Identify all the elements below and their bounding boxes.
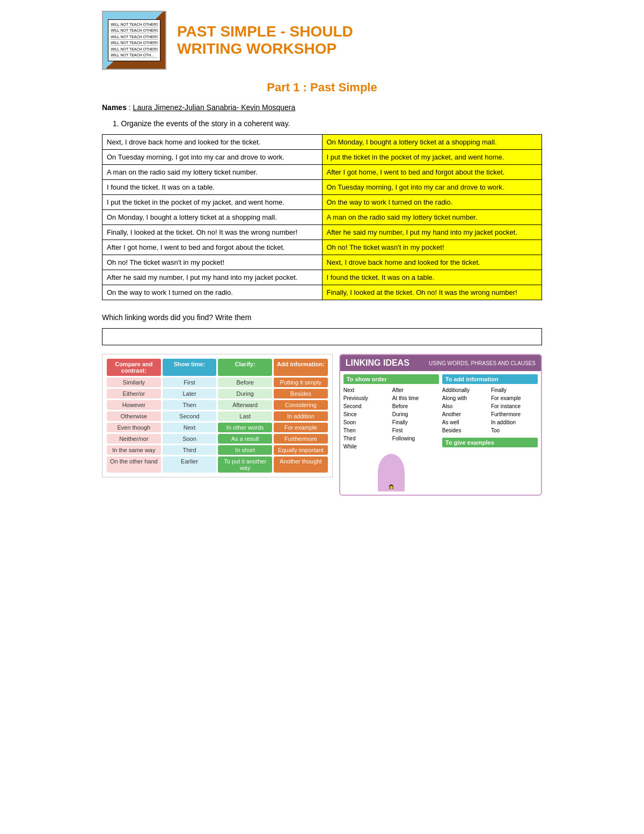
li-add-col1: AdditionallyAlong withAlsoAnotherAs well…	[442, 386, 489, 434]
li-col-item: For example	[491, 394, 538, 402]
li-col-item: Finally	[392, 418, 439, 426]
header-title-block: PAST SIMPLE - SHOULD WRITING WORKSHOP	[177, 23, 353, 57]
li-col-item: Finally	[491, 386, 538, 394]
lt-cell: Later	[163, 389, 217, 398]
li-col-item: While	[343, 443, 390, 451]
linking-table-grid: Compare and contrast: Show time: Clarify…	[107, 359, 328, 376]
names-colon: :	[129, 103, 133, 112]
story-cell-left: A man on the radio said my lottery ticke…	[103, 165, 323, 180]
li-order-col1: NextPreviouslySecondSinceSoonThenThirdWh…	[343, 386, 390, 451]
story-table-row: On Monday, I bought a lottery ticket at …	[103, 210, 542, 225]
li-subtitle: USING WORDS, PHRASES AND CLAUSES	[429, 360, 536, 366]
lt-cell: On the other hand	[107, 456, 161, 473]
li-col-item: In addition	[491, 418, 538, 426]
li-order-title: To show order	[343, 374, 439, 384]
story-cell-left: Next, I drove back home and looked for t…	[103, 135, 323, 150]
lt-cell: To put it another way	[218, 456, 272, 473]
header-image: WILL NOT TEACH OTHERS TO FLY WILL NOT TE…	[102, 11, 166, 70]
story-table-row: I put the ticket in the pocket of my jac…	[103, 195, 542, 210]
li-col-item: Third	[343, 434, 390, 443]
nb-line-3: WILL NOT TEACH OTHERS TO FLY	[111, 35, 157, 40]
story-table-row: On Tuesday morning, I got into my car an…	[103, 150, 542, 165]
story-cell-right: Finally, I looked at the ticket. Oh no! …	[322, 285, 542, 300]
story-cell-left: After I got home, I went to bed and forg…	[103, 240, 323, 255]
li-col-item: Then	[343, 426, 390, 434]
lt-cell: Similarly	[107, 378, 161, 387]
lt-cell: Besides	[274, 389, 328, 398]
story-cell-left: On the way to work I turned on the radio…	[103, 285, 323, 300]
li-right-section: To add information AdditionallyAlong wit…	[442, 374, 538, 491]
lt-cell: During	[218, 389, 272, 398]
title-line2: WRITING WORKSHOP	[177, 40, 353, 57]
story-cell-left: I put the ticket in the pocket of my jac…	[103, 195, 323, 210]
li-col-item: During	[392, 410, 439, 418]
lt-cell: Second	[163, 411, 217, 421]
lt-header-clarify: Clarify:	[218, 359, 272, 376]
linking-table-infographic: Compare and contrast: Show time: Clarify…	[102, 354, 333, 477]
li-col-item: Next	[343, 386, 390, 394]
lt-cell: Equally important	[274, 445, 328, 455]
li-col-item: Also	[442, 402, 489, 410]
lt-cell: However	[107, 400, 161, 410]
li-col-item: Previously	[343, 394, 390, 402]
li-left-section: To show order NextPreviouslySecondSinceS…	[343, 374, 439, 491]
story-cell-left: Finally, I looked at the ticket. Oh no! …	[103, 225, 323, 240]
story-table-row: After I got home, I went to bed and forg…	[103, 240, 542, 255]
story-cell-right: Oh no! The ticket wasn't in my pocket!	[322, 240, 542, 255]
lt-cell: Third	[163, 445, 217, 455]
nb-line-6: WILL NOT TEACH OTH...	[111, 53, 157, 58]
story-table: Next, I drove back home and looked for t…	[102, 134, 542, 300]
li-order-col2: AfterAt this timeBeforeDuringFinallyFirs…	[392, 386, 439, 451]
lt-cell: For example	[274, 423, 328, 432]
page-header: WILL NOT TEACH OTHERS TO FLY WILL NOT TE…	[102, 11, 542, 70]
li-col-item: Following	[392, 434, 439, 443]
lt-cell: Then	[163, 400, 217, 410]
li-col-item: Second	[343, 402, 390, 410]
story-table-row: On the way to work I turned on the radio…	[103, 285, 542, 300]
lt-cell: Putting it simply	[274, 378, 328, 387]
story-table-row: Finally, I looked at the ticket. Oh no! …	[103, 225, 542, 240]
li-col-item: Another	[442, 410, 489, 418]
story-cell-right: I put the ticket in the pocket of my jac…	[322, 150, 542, 165]
story-cell-right: On Tuesday morning, I got into my car an…	[322, 180, 542, 195]
li-title: LINKING IDEAS	[346, 358, 409, 368]
names-line: Names : Laura Jimenez-Julian Sanabria- K…	[102, 103, 542, 112]
lt-header-show: Show time:	[163, 359, 217, 376]
figure-icon: 👩	[378, 454, 405, 491]
li-add-col2: FinallyFor exampleFor instanceFurthermor…	[491, 386, 538, 434]
linking-ideas-infographic: LINKING IDEAS USING WORDS, PHRASES AND C…	[339, 354, 542, 496]
story-cell-left: Oh no! The ticket wasn't in my pocket!	[103, 255, 323, 270]
lt-cell: In the same way	[107, 445, 161, 455]
li-example-title: To give examples	[442, 438, 538, 447]
nb-line-2: WILL NOT TEACH OTHERS TO FLY	[111, 28, 157, 33]
story-cell-right: On the way to work I turned on the radio…	[322, 195, 542, 210]
names-value: Laura Jimenez-Julian Sanabria- Kevin Mos…	[133, 103, 296, 112]
story-table-row: Next, I drove back home and looked for t…	[103, 135, 542, 150]
story-table-row: I found the ticket. It was on a table.On…	[103, 180, 542, 195]
nb-line-4: WILL NOT TEACH OTHERS TO FLY	[111, 41, 157, 46]
li-col-item: As well	[442, 418, 489, 426]
names-label: Names	[102, 103, 127, 112]
lt-rows: SimilarlyFirstBeforePutting it simplyEit…	[107, 378, 328, 473]
title-line1: PAST SIMPLE - SHOULD	[177, 23, 353, 40]
li-col-item: Soon	[343, 418, 390, 426]
li-col-item: Additionally	[442, 386, 489, 394]
li-col-item: Since	[343, 410, 390, 418]
lt-cell: Soon	[163, 434, 217, 444]
li-add-cols: AdditionallyAlong withAlsoAnotherAs well…	[442, 386, 538, 434]
linking-input-box[interactable]	[102, 328, 542, 345]
li-header: LINKING IDEAS USING WORDS, PHRASES AND C…	[340, 355, 541, 371]
part1-heading: Part 1 : Past Simple	[102, 81, 542, 95]
instruction-text: 1. Organize the events of the story in a…	[113, 119, 542, 128]
lt-cell: In addition	[274, 411, 328, 421]
story-cell-right: On Monday, I bought a lottery ticket at …	[322, 135, 542, 150]
story-cell-right: Next, I drove back home and looked for t…	[322, 255, 542, 270]
story-cell-right: A man on the radio said my lottery ticke…	[322, 210, 542, 225]
story-cell-left: After he said my number, I put my hand i…	[103, 270, 323, 285]
story-cell-right: After he said my number, I put my hand i…	[322, 225, 542, 240]
li-order-cols: NextPreviouslySecondSinceSoonThenThirdWh…	[343, 386, 439, 451]
story-table-row: Oh no! The ticket wasn't in my pocket!Ne…	[103, 255, 542, 270]
lt-cell: Considering	[274, 400, 328, 410]
li-body: To show order NextPreviouslySecondSinceS…	[340, 371, 541, 495]
story-cell-left: I found the ticket. It was on a table.	[103, 180, 323, 195]
